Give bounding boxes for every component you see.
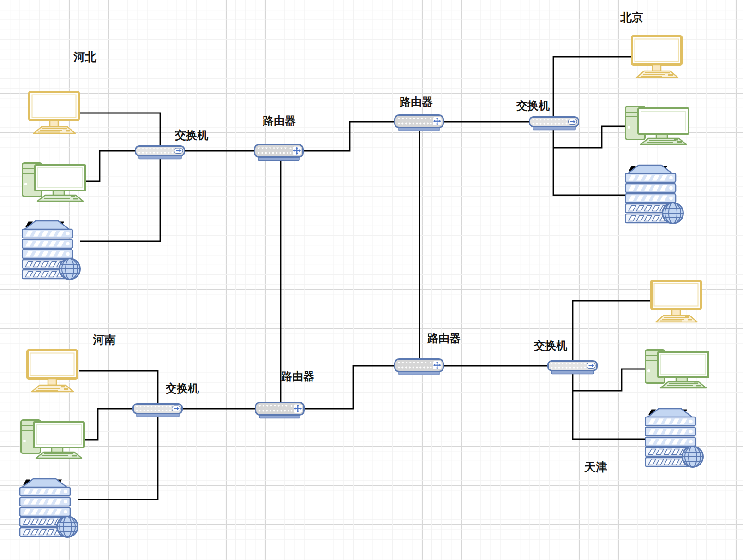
- connection-wires: [0, 0, 743, 560]
- henan-monitor-icon[interactable]: [26, 349, 78, 393]
- router-1-icon[interactable]: [254, 144, 305, 161]
- router-4-icon[interactable]: [394, 358, 445, 376]
- tianjin-switch-icon[interactable]: [547, 360, 598, 375]
- henan-desktop-pc-icon[interactable]: [20, 419, 85, 459]
- connection-line: [84, 409, 133, 440]
- tianjin-monitor-icon[interactable]: [650, 280, 702, 323]
- henan-switch-label: 交换机: [166, 382, 199, 394]
- router-4-label: 路由器: [427, 332, 461, 344]
- tianjin-server-icon[interactable]: [645, 408, 704, 469]
- connection-line: [302, 122, 395, 151]
- tianjin-switch-label: 交换机: [534, 340, 567, 351]
- beijing-monitor-icon[interactable]: [631, 35, 683, 79]
- region-label-beijing: 北京: [620, 11, 643, 24]
- region-label-hebei: 河北: [73, 51, 96, 64]
- router-2-label: 路由器: [400, 96, 433, 108]
- router-2-icon[interactable]: [394, 114, 445, 132]
- henan-server-icon[interactable]: [19, 478, 78, 539]
- hebei-server-icon[interactable]: [22, 220, 81, 281]
- tianjin-desktop-pc-icon[interactable]: [645, 349, 709, 389]
- hebei-monitor-icon[interactable]: [28, 91, 80, 135]
- connection-line: [303, 366, 395, 409]
- hebei-switch-label: 交换机: [175, 129, 208, 141]
- router-3-icon[interactable]: [255, 402, 306, 419]
- hebei-desktop-pc-icon[interactable]: [22, 162, 86, 202]
- connection-line: [79, 113, 160, 241]
- beijing-switch-icon[interactable]: [529, 116, 580, 131]
- beijing-desktop-pc-icon[interactable]: [625, 106, 689, 145]
- beijing-switch-label: 交换机: [516, 100, 550, 112]
- henan-switch-icon[interactable]: [132, 403, 183, 418]
- hebei-switch-icon[interactable]: [135, 145, 186, 160]
- region-label-tianjin: 天津: [584, 461, 607, 474]
- beijing-server-icon[interactable]: [625, 164, 684, 225]
- region-label-henan: 河南: [93, 334, 116, 346]
- diagram-canvas: 河北 北京 河南 天津 交换机 交换机 交换机 交换机 路由器 路由器 路由器 …: [0, 0, 743, 560]
- router-3-label: 路由器: [281, 370, 314, 382]
- connection-line: [85, 151, 136, 181]
- router-1-label: 路由器: [263, 115, 296, 127]
- connection-line: [78, 371, 158, 500]
